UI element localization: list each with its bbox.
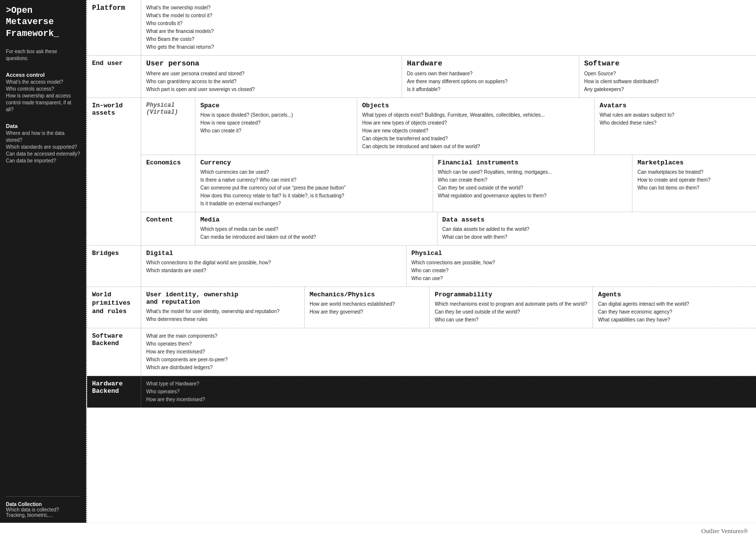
cu-q1: Is there a native currency? Who can mint… [200, 176, 428, 184]
sidebar-data-q1: Where and how is the data stored? [6, 130, 80, 144]
physical-subrow: In-world assets Physical (Virtual) Space… [87, 98, 756, 245]
sidebar-data-q3: Can data be accessed externally? Can dat… [6, 151, 80, 164]
marketplaces-cell: Marketplaces Can marketplaces be treated… [632, 155, 756, 212]
platform-q0: What's the ownership model? [146, 4, 751, 11]
platform-questions: What's the ownership model? What's the m… [146, 4, 751, 51]
cu-q3: How does this currency relate to fiat? I… [200, 192, 428, 199]
currency-questions: Which currencies can be used? Is there a… [200, 168, 428, 207]
ph-q2: Who can use? [411, 275, 751, 282]
footer-text: Outlier Ventures® [701, 527, 748, 535]
ui-title: User identity, ownership and reputation [146, 291, 299, 306]
software-questions: Open Source? How is client software dist… [584, 70, 751, 93]
da-q0: Can data assets be added to the world? [442, 225, 751, 233]
platform-content: What's the ownership model? What's the m… [141, 0, 756, 55]
bridges-row: Bridges Digital Which connections to the… [87, 246, 756, 287]
user-identity-cell: User identity, ownership and reputation … [141, 287, 305, 328]
prog-questions: Which mechanisms exist to program and au… [435, 300, 588, 323]
inworld-row: In-world assets Physical (Virtual) Space… [87, 98, 756, 246]
cu-q0: Which currencies can be used? [200, 168, 428, 176]
ag-q0: Can digital agents interact with the wor… [598, 300, 751, 308]
up-q1: Who can grant/deny access to the world? [146, 78, 397, 85]
platform-label: Platform [87, 0, 141, 55]
sw-q1: How is client software distributed? [584, 78, 751, 85]
wp-content: User identity, ownership and reputation … [141, 287, 756, 328]
fi-q1: Who can create them? [438, 176, 628, 184]
hb-label: Hardware Backend [87, 376, 141, 408]
digital-questions: Which connections to the digital world a… [146, 259, 401, 274]
page: >Open Metaverse Framework_ For each box … [0, 0, 756, 539]
prog-q2: Who can use them? [435, 316, 588, 323]
av-q1: Who decided these rules? [599, 119, 751, 127]
user-persona-cell: User persona Where are user persona crea… [141, 56, 402, 97]
objects-cell: Objects What types of objects exist? Bui… [357, 98, 595, 155]
content-row: Content Media Which types of media can b… [141, 212, 756, 245]
enduser-content: User persona Where are user persona crea… [141, 56, 756, 97]
hardware-cell: Hardware Do users own their hardware? Ar… [402, 56, 579, 97]
programmability-cell: Programmability Which mechanisms exist t… [430, 287, 593, 328]
di-q0: Which connections to the digital world a… [146, 259, 401, 266]
sidebar-intro-section: For each box ask these questions: [6, 48, 80, 62]
ui-questions: What's the model for user identity, owne… [146, 308, 299, 323]
sw-q0: Open Source? [584, 70, 751, 77]
data-assets-cell: Data assets Can data assets be added to … [438, 212, 756, 245]
hardware-backend-row: Hardware Backend What type of Hardware? … [87, 376, 756, 408]
platform-row: Platform What's the ownership model? Wha… [87, 0, 756, 56]
bridges-label: Bridges [87, 246, 141, 286]
fi-title: Financial instruments [438, 159, 628, 166]
avatars-title: Avatars [599, 102, 751, 109]
currency-cell: Currency Which currencies can be used? I… [195, 155, 433, 212]
economics-label: Economics [141, 155, 195, 212]
hb-questions: What type of Hardware? Who operates? How… [146, 380, 751, 403]
bridges-content: Digital Which connections to the digital… [141, 246, 756, 286]
av-q0: What rules are avatars subject to? [599, 111, 751, 119]
hw-q0: Do users own their hardware? [407, 70, 574, 77]
wp-label: World primitives and rules [87, 287, 141, 328]
up-q2: Which part is open and user sovereign vs… [146, 86, 397, 93]
prog-q1: Can they be used outside of the world? [435, 308, 588, 316]
avatars-cell: Avatars What rules are avatars subject t… [595, 98, 756, 155]
fi-q3: What regulation and governance applies t… [438, 192, 628, 199]
mp-q1: How to create and operate them? [637, 176, 751, 184]
da-q1: What can be done with them? [442, 233, 751, 241]
da-title: Data assets [442, 216, 751, 223]
hardware-title: Hardware [407, 60, 574, 68]
objects-title: Objects [362, 102, 590, 109]
sb-q3: Which components are peer-to-peer? [146, 356, 751, 363]
cu-q2: Can someone put the currency out of use … [200, 184, 428, 191]
agents-title: Agents [598, 291, 751, 298]
me-q0: Which types of media can be used? [200, 225, 432, 233]
enduser-row: End user User persona Where are user per… [87, 56, 756, 98]
currency-title: Currency [200, 159, 428, 166]
agents-cell: Agents Can digital agents interact with … [593, 287, 756, 328]
enduser-label: End user [87, 56, 141, 97]
ob-q3: Can objects be transferred and traded? [362, 135, 590, 142]
prog-title: Programmability [435, 291, 588, 298]
sidebar-access-q3: How is ownership and access control made… [6, 93, 80, 113]
sidebar-bottom-label: Data Collection [6, 502, 80, 507]
user-persona-questions: Where are user persona created and store… [146, 70, 397, 93]
platform-q1: What's the model to control it? [146, 12, 751, 19]
phys-title: Physical [411, 250, 751, 257]
sidebar-bottom-text: Which data is collected? Tracking, biome… [6, 507, 80, 518]
hw-q2: Is it affordable? [407, 86, 574, 93]
sidebar: >Open Metaverse Framework_ For each box … [0, 0, 86, 523]
mp-title: Marketplaces [637, 159, 751, 166]
hb-q0: What type of Hardware? [146, 380, 751, 387]
mec-q1: How are they governed? [310, 308, 424, 316]
ag-q2: What capabilities can they have? [598, 316, 751, 323]
hb-q2: How are they incentivised? [146, 396, 751, 403]
fi-q0: Which can be used? Royalties, renting, m… [438, 168, 628, 176]
media-title: Media [200, 216, 432, 223]
sidebar-title: >Open Metaverse Framework_ [6, 5, 80, 39]
sidebar-data-label: Data [6, 123, 80, 129]
content-label: Content [141, 212, 195, 245]
physical-row: Physical (Virtual) Space How is space di… [141, 98, 756, 155]
ob-q2: How are new objects created? [362, 127, 590, 134]
economics-row: Economics Currency Which currencies can … [141, 155, 756, 212]
mechanics-cell: Mechanics/Physics How are world mechanic… [305, 287, 430, 328]
financial-instruments-cell: Financial instruments Which can be used?… [433, 155, 633, 212]
hb-content: What type of Hardware? Who operates? How… [141, 376, 756, 408]
sw-q2: Any gatekeepers? [584, 86, 751, 93]
cu-q4: Is it tradable on external exchanges? [200, 200, 428, 207]
sp-q1: How is new space created? [200, 119, 352, 127]
